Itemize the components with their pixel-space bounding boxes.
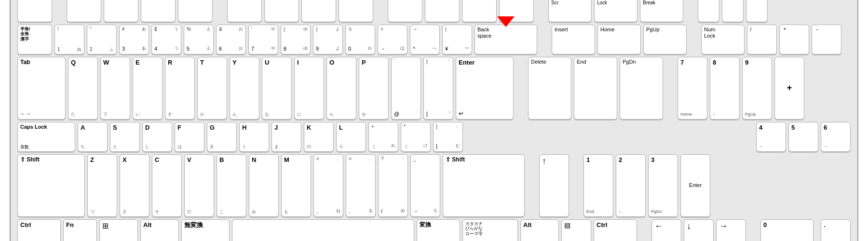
key-5[interactable]: %え 5え (184, 25, 214, 54)
key-1[interactable]: ! 1ぬ (54, 25, 84, 54)
key-2[interactable]: " 2ふ (87, 25, 117, 54)
key-num9[interactable]: 9 PgUp (742, 57, 772, 120)
key-8[interactable]: (ゆ 8ゆ (281, 25, 311, 54)
key-minus[interactable]: = －ほ (378, 25, 407, 54)
key-y[interactable]: Y ん (230, 57, 259, 120)
key-f11[interactable]: F11 (462, 0, 497, 22)
key-c[interactable]: C そ (152, 154, 182, 217)
key-num8[interactable]: 8 ↑ (710, 57, 740, 120)
key-t[interactable]: T か (197, 57, 227, 120)
key-h[interactable]: H く (239, 122, 269, 152)
key-numlock[interactable]: NumLock (701, 25, 745, 54)
key-esc[interactable]: ESC (17, 0, 52, 22)
key-e[interactable]: E い (133, 57, 163, 120)
key-k[interactable]: K の (304, 122, 334, 152)
key-f3[interactable]: F3 (141, 0, 176, 22)
key-pgdn[interactable]: PgDn (620, 57, 663, 120)
key-arrow-down[interactable]: ↓ (684, 219, 714, 241)
key-insert[interactable]: Insert (552, 25, 595, 54)
key-arrow-up[interactable]: ↑ (539, 154, 569, 217)
key-backslash[interactable]: _ －ろ (410, 154, 440, 217)
key-num6[interactable]: 6 → (821, 122, 851, 152)
key-at[interactable]: ` @゛ (391, 57, 421, 120)
key-num-slash[interactable]: / (747, 25, 777, 54)
key-arrow-left[interactable]: ← (651, 219, 681, 241)
key-z[interactable]: Z つ (87, 154, 117, 217)
key-caret[interactable]: ～ ^へ (410, 25, 440, 54)
key-f6[interactable]: F6 (264, 0, 299, 22)
key-n[interactable]: N み (249, 154, 279, 217)
key-small-9[interactable]: 9 (698, 0, 719, 22)
key-alt-left[interactable]: Alt (140, 219, 179, 241)
key-num-asterisk[interactable]: ＊ (779, 25, 809, 54)
key-num3[interactable]: 3 PgDn (648, 154, 678, 217)
key-u[interactable]: U な (262, 57, 292, 120)
key-j[interactable]: J ま (271, 122, 301, 152)
key-4[interactable]: $う 4う (151, 25, 181, 54)
key-colon[interactable]: * ：け (401, 122, 431, 152)
key-space[interactable] (232, 219, 414, 241)
key-o[interactable]: O ら (326, 57, 356, 120)
key-katakana[interactable]: カタカナひらがなローマ字 (462, 219, 518, 241)
key-f7[interactable]: F7 (301, 0, 336, 22)
key-num-enter[interactable]: Enter (680, 154, 710, 217)
key-a[interactable]: A ち (78, 122, 108, 152)
key-num-minus[interactable]: － (812, 25, 841, 54)
key-f4[interactable]: F4 (178, 0, 213, 22)
key-m[interactable]: M も (281, 154, 311, 217)
key-win[interactable]: ⊞ (99, 219, 138, 241)
key-f[interactable]: F は (175, 122, 204, 152)
key-num-dot[interactable]: . PgDn (821, 219, 851, 241)
key-tab[interactable]: Tab ←→ (17, 57, 66, 120)
key-yen[interactable]: | ¥ー (442, 25, 472, 54)
key-7[interactable]: 'や 7や (248, 25, 278, 54)
key-delete[interactable]: Delete (528, 57, 571, 120)
key-henkan[interactable]: 変換 (417, 219, 460, 241)
key-slash[interactable]: ?・ /め (378, 154, 408, 217)
key-num5[interactable]: 5 (788, 122, 818, 152)
key-d[interactable]: D し (142, 122, 172, 152)
key-hankaku[interactable]: 半角/全角漢字 (17, 25, 52, 54)
key-scrolllock[interactable]: ScrollLock (594, 0, 637, 22)
key-g[interactable]: G き (207, 122, 237, 152)
key-backspace[interactable]: Backspace (475, 25, 537, 54)
key-f2[interactable]: F2 (104, 0, 138, 22)
key-s[interactable]: S と (110, 122, 140, 152)
key-x[interactable]: X さ (120, 154, 149, 217)
key-arrow-right[interactable]: → (716, 219, 746, 241)
key-num4[interactable]: 4 ← (756, 122, 786, 152)
key-num2[interactable]: 2 ↓ (616, 154, 646, 217)
key-num0[interactable]: 0 Ins (760, 219, 814, 241)
key-small-a[interactable]: A (722, 0, 744, 22)
key-9[interactable]: )よ 9よ (313, 25, 343, 54)
key-bracket-open[interactable]: {「 [° (423, 57, 453, 120)
key-f1[interactable]: F1 (67, 0, 101, 22)
key-end[interactable]: End (574, 57, 617, 120)
key-enter[interactable]: Enter ↵ (456, 57, 514, 120)
key-capslock[interactable]: Caps Lock 英数 (17, 122, 75, 152)
key-home[interactable]: Home (597, 25, 641, 54)
key-num1[interactable]: 1 End (583, 154, 613, 217)
key-muhenkan[interactable]: 無変換 (181, 219, 230, 241)
key-q[interactable]: Q た (68, 57, 98, 120)
key-ctrl-left[interactable]: Ctrl (17, 219, 61, 241)
key-b[interactable]: B こ (217, 154, 246, 217)
key-f9[interactable]: F9 (388, 0, 422, 22)
key-f5[interactable]: F5 (227, 0, 262, 22)
key-comma[interactable]: <、 ,ね (313, 154, 343, 217)
key-p[interactable]: P せ (359, 57, 389, 120)
key-bracket-close[interactable]: }」 ]む (433, 122, 463, 152)
key-printscreen[interactable]: PrintScr (548, 0, 592, 22)
key-6[interactable]: &お 6お (216, 25, 246, 54)
key-semicolon[interactable]: + ；れ (368, 122, 398, 152)
key-0[interactable]: を 0わ (345, 25, 375, 54)
key-pause[interactable]: PauseBreak (640, 0, 683, 22)
key-fn[interactable]: Fn (63, 219, 97, 241)
key-l[interactable]: L り (336, 122, 366, 152)
key-shift-left[interactable]: ⇧ Shift (17, 154, 85, 217)
key-num-plus[interactable]: + (774, 57, 804, 120)
key-pgup[interactable]: PgUp (643, 25, 687, 54)
key-i[interactable]: I に (294, 57, 324, 120)
key-3[interactable]: #あ 3あ (119, 25, 149, 54)
key-num7[interactable]: 7 Home (678, 57, 707, 120)
